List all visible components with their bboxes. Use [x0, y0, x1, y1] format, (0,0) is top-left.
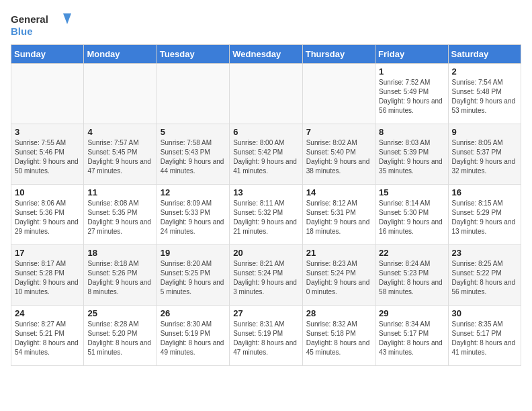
calendar-cell: [230, 64, 302, 124]
day-info: Sunrise: 8:34 AM Sunset: 5:17 PM Dayligh…: [379, 320, 444, 357]
day-info: Sunrise: 8:35 AM Sunset: 5:17 PM Dayligh…: [452, 320, 517, 357]
day-number: 26: [161, 308, 226, 318]
calendar-cell: 14Sunrise: 8:12 AM Sunset: 5:31 PM Dayli…: [302, 185, 375, 245]
calendar-cell: 18Sunrise: 8:18 AM Sunset: 5:26 PM Dayli…: [84, 245, 157, 306]
day-info: Sunrise: 8:08 AM Sunset: 5:35 PM Dayligh…: [87, 199, 152, 236]
day-info: Sunrise: 8:27 AM Sunset: 5:21 PM Dayligh…: [15, 320, 80, 357]
day-number: 12: [161, 187, 226, 197]
day-number: 1: [379, 66, 444, 77]
day-info: Sunrise: 8:09 AM Sunset: 5:33 PM Dayligh…: [161, 199, 226, 236]
day-number: 10: [15, 187, 80, 197]
day-info: Sunrise: 8:31 AM Sunset: 5:19 PM Dayligh…: [233, 320, 298, 357]
calendar-cell: [157, 64, 229, 124]
day-info: Sunrise: 7:55 AM Sunset: 5:46 PM Dayligh…: [15, 138, 80, 176]
calendar-cell: 11Sunrise: 8:08 AM Sunset: 5:35 PM Dayli…: [84, 185, 157, 245]
calendar-cell: 1Sunrise: 7:52 AM Sunset: 5:49 PM Daylig…: [375, 64, 448, 124]
day-number: 11: [87, 187, 152, 197]
logo-icon: General Blue: [11, 11, 71, 39]
calendar-cell: 12Sunrise: 8:09 AM Sunset: 5:33 PM Dayli…: [157, 185, 229, 245]
day-info: Sunrise: 8:05 AM Sunset: 5:37 PM Dayligh…: [452, 138, 517, 176]
calendar-cell: 17Sunrise: 8:17 AM Sunset: 5:28 PM Dayli…: [11, 245, 84, 306]
day-info: Sunrise: 8:02 AM Sunset: 5:40 PM Dayligh…: [306, 138, 371, 176]
day-info: Sunrise: 8:17 AM Sunset: 5:28 PM Dayligh…: [15, 259, 80, 297]
day-number: 28: [306, 308, 371, 318]
calendar-cell: 10Sunrise: 8:06 AM Sunset: 5:36 PM Dayli…: [11, 185, 84, 245]
calendar-cell: 25Sunrise: 8:28 AM Sunset: 5:20 PM Dayli…: [84, 306, 157, 366]
day-info: Sunrise: 7:52 AM Sunset: 5:49 PM Dayligh…: [379, 78, 444, 116]
calendar-cell: 5Sunrise: 7:58 AM Sunset: 5:43 PM Daylig…: [157, 124, 229, 185]
day-number: 20: [233, 248, 298, 258]
calendar-header-friday: Friday: [375, 45, 448, 64]
day-info: Sunrise: 8:03 AM Sunset: 5:39 PM Dayligh…: [379, 138, 444, 176]
calendar-cell: 3Sunrise: 7:55 AM Sunset: 5:46 PM Daylig…: [11, 124, 84, 185]
day-info: Sunrise: 7:58 AM Sunset: 5:43 PM Dayligh…: [161, 138, 226, 176]
day-info: Sunrise: 8:12 AM Sunset: 5:31 PM Dayligh…: [306, 199, 371, 236]
day-number: 7: [306, 127, 371, 137]
calendar-cell: 2Sunrise: 7:54 AM Sunset: 5:48 PM Daylig…: [448, 64, 521, 124]
calendar-cell: 21Sunrise: 8:23 AM Sunset: 5:24 PM Dayli…: [302, 245, 375, 306]
day-info: Sunrise: 8:21 AM Sunset: 5:24 PM Dayligh…: [233, 259, 298, 297]
calendar-cell: 19Sunrise: 8:20 AM Sunset: 5:25 PM Dayli…: [157, 245, 229, 306]
calendar-cell: 6Sunrise: 8:00 AM Sunset: 5:42 PM Daylig…: [230, 124, 302, 185]
day-number: 22: [379, 248, 444, 258]
day-info: Sunrise: 8:24 AM Sunset: 5:23 PM Dayligh…: [379, 259, 444, 297]
day-info: Sunrise: 8:18 AM Sunset: 5:26 PM Dayligh…: [87, 259, 152, 297]
calendar-cell: 7Sunrise: 8:02 AM Sunset: 5:40 PM Daylig…: [302, 124, 375, 185]
calendar-cell: 30Sunrise: 8:35 AM Sunset: 5:17 PM Dayli…: [448, 306, 521, 366]
day-number: 5: [161, 127, 226, 137]
day-info: Sunrise: 8:11 AM Sunset: 5:32 PM Dayligh…: [233, 199, 298, 236]
calendar-cell: [11, 64, 84, 124]
day-info: Sunrise: 7:54 AM Sunset: 5:48 PM Dayligh…: [452, 78, 517, 116]
calendar-header-saturday: Saturday: [448, 45, 521, 64]
day-number: 29: [379, 308, 444, 318]
day-info: Sunrise: 7:57 AM Sunset: 5:45 PM Dayligh…: [87, 138, 152, 176]
calendar-cell: [84, 64, 157, 124]
day-number: 6: [233, 127, 298, 137]
day-info: Sunrise: 8:23 AM Sunset: 5:24 PM Dayligh…: [306, 259, 371, 297]
logo: General Blue: [11, 11, 71, 39]
day-number: 16: [452, 187, 517, 197]
calendar-cell: 23Sunrise: 8:25 AM Sunset: 5:22 PM Dayli…: [448, 245, 521, 306]
day-info: Sunrise: 8:28 AM Sunset: 5:20 PM Dayligh…: [87, 320, 152, 357]
day-number: 30: [452, 308, 517, 318]
calendar-week-row: 24Sunrise: 8:27 AM Sunset: 5:21 PM Dayli…: [11, 306, 521, 366]
calendar-cell: 9Sunrise: 8:05 AM Sunset: 5:37 PM Daylig…: [448, 124, 521, 185]
calendar-cell: 8Sunrise: 8:03 AM Sunset: 5:39 PM Daylig…: [375, 124, 448, 185]
calendar-cell: 20Sunrise: 8:21 AM Sunset: 5:24 PM Dayli…: [230, 245, 302, 306]
day-number: 4: [87, 127, 152, 137]
calendar-cell: 28Sunrise: 8:32 AM Sunset: 5:18 PM Dayli…: [302, 306, 375, 366]
day-number: 19: [161, 248, 226, 258]
day-info: Sunrise: 8:25 AM Sunset: 5:22 PM Dayligh…: [452, 259, 517, 297]
day-number: 9: [452, 127, 517, 137]
day-info: Sunrise: 8:32 AM Sunset: 5:18 PM Dayligh…: [306, 320, 371, 357]
svg-text:Blue: Blue: [11, 26, 33, 37]
day-number: 27: [233, 308, 298, 318]
svg-text:General: General: [11, 13, 48, 25]
day-number: 3: [15, 127, 80, 137]
day-info: Sunrise: 8:06 AM Sunset: 5:36 PM Dayligh…: [15, 199, 80, 236]
day-number: 18: [87, 248, 152, 258]
day-number: 21: [306, 248, 371, 258]
day-number: 8: [379, 127, 444, 137]
day-number: 14: [306, 187, 371, 197]
page-header: General Blue: [11, 11, 521, 39]
calendar-week-row: 3Sunrise: 7:55 AM Sunset: 5:46 PM Daylig…: [11, 124, 521, 185]
day-number: 25: [87, 308, 152, 318]
calendar-header-wednesday: Wednesday: [230, 45, 302, 64]
day-number: 13: [233, 187, 298, 197]
calendar-cell: 26Sunrise: 8:30 AM Sunset: 5:19 PM Dayli…: [157, 306, 229, 366]
day-number: 23: [452, 248, 517, 258]
day-info: Sunrise: 8:15 AM Sunset: 5:29 PM Dayligh…: [452, 199, 517, 236]
svg-marker-2: [63, 13, 71, 24]
calendar-cell: 27Sunrise: 8:31 AM Sunset: 5:19 PM Dayli…: [230, 306, 302, 366]
calendar-week-row: 17Sunrise: 8:17 AM Sunset: 5:28 PM Dayli…: [11, 245, 521, 306]
calendar-cell: 22Sunrise: 8:24 AM Sunset: 5:23 PM Dayli…: [375, 245, 448, 306]
calendar-cell: 29Sunrise: 8:34 AM Sunset: 5:17 PM Dayli…: [375, 306, 448, 366]
calendar-cell: 13Sunrise: 8:11 AM Sunset: 5:32 PM Dayli…: [230, 185, 302, 245]
day-number: 2: [452, 66, 517, 77]
day-number: 17: [15, 248, 80, 258]
calendar-week-row: 1Sunrise: 7:52 AM Sunset: 5:49 PM Daylig…: [11, 64, 521, 124]
calendar-cell: 16Sunrise: 8:15 AM Sunset: 5:29 PM Dayli…: [448, 185, 521, 245]
calendar-cell: 4Sunrise: 7:57 AM Sunset: 5:45 PM Daylig…: [84, 124, 157, 185]
calendar-header-thursday: Thursday: [302, 45, 375, 64]
